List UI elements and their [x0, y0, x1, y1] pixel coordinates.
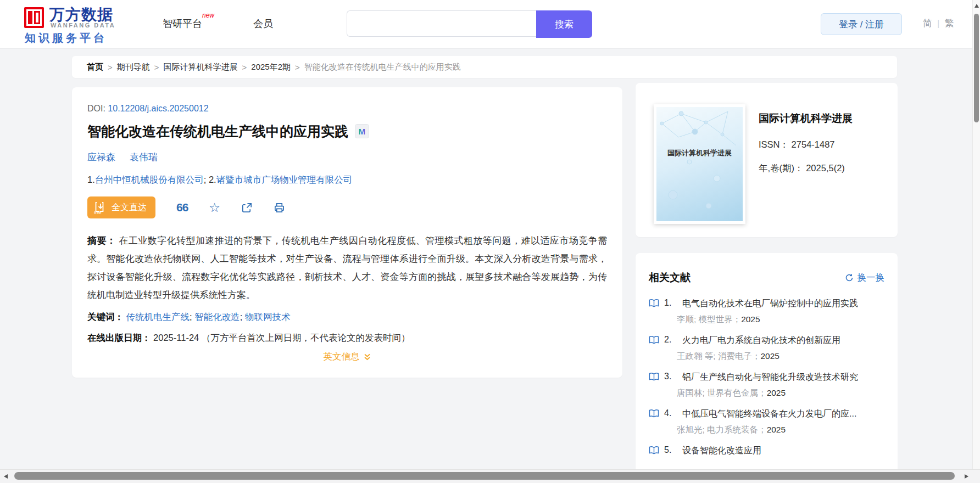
related-item-source: 李顺; 模型世界；	[677, 314, 741, 324]
author-link[interactable]: 袁伟瑞	[130, 151, 158, 164]
affiliation-num: 1.	[87, 175, 95, 184]
new-badge: new	[202, 12, 214, 19]
journal-cover-title: 国际计算机科学进展	[656, 148, 743, 158]
nav-member[interactable]: 会员	[253, 17, 273, 30]
affiliation-link[interactable]: 诸暨市城市广场物业管理有限公司	[216, 175, 353, 184]
fulltext-button[interactable]: free 全文直达	[87, 196, 155, 218]
header: 万方数据 WANFANG DATA 知识服务平台 智研平台 new 会员 搜索 …	[0, 0, 980, 49]
related-item-source: 张旭光; 电力系统装备；	[677, 425, 767, 434]
logo-tagline: 知识服务平台	[25, 31, 107, 46]
journal-volume-row: 年,卷(期)： 2025,5(2)	[759, 162, 885, 175]
vertical-scrollbar-thumb[interactable]	[974, 14, 979, 122]
breadcrumb-separator: >	[154, 63, 159, 72]
breadcrumb-issue[interactable]: 2025年2期	[251, 62, 291, 72]
login-register-button[interactable]: 登录 / 注册	[821, 13, 902, 35]
related-item-year: 2025	[767, 388, 786, 397]
doi-label: DOI:	[87, 104, 105, 113]
logo-subtitle-en: WANFANG DATA	[51, 22, 115, 29]
nav-zhiyan-platform[interactable]: 智研平台 new	[163, 17, 202, 30]
search-input[interactable]	[347, 10, 536, 37]
related-item: 2. 火力电厂电力系统自动化技术的创新应用 王政翱 等; 消费电子；2025	[649, 335, 884, 362]
scroll-left-arrow-icon[interactable]	[4, 474, 8, 479]
doi-link[interactable]: 10.12208/j.aics.20250012	[108, 104, 208, 113]
refresh-icon	[845, 273, 854, 282]
keyword-link[interactable]: 智能化改造	[194, 312, 240, 322]
breadcrumb: 首页 > 期刊导航 > 国际计算机科学进展 > 2025年2期 > 智能化改造在…	[72, 56, 897, 78]
related-item-title[interactable]: 电气自动化技术在电厂锅炉控制中的应用实践	[682, 298, 858, 309]
related-item-meta: 王政翱 等; 消费电子；2025	[649, 351, 884, 362]
journal-cover[interactable]: 国际计算机科学进展	[654, 104, 745, 224]
language-switch: 简 | 繁	[923, 17, 954, 30]
keywords-label: 关键词：	[87, 312, 124, 322]
scroll-up-arrow-icon[interactable]	[975, 4, 979, 8]
volume-label: 年,卷(期)：	[759, 163, 804, 173]
related-item-number: 3.	[664, 372, 677, 381]
breadcrumb-separator: >	[108, 63, 113, 72]
scroll-right-arrow-icon[interactable]	[965, 474, 968, 479]
english-info-row: 英文信息	[87, 351, 607, 363]
article-card: DOI: 10.12208/j.aics.20250012 智能化改造在传统机电…	[72, 87, 622, 378]
issn-value: 2754-1487	[792, 139, 835, 149]
related-item: 1. 电气自动化技术在电厂锅炉控制中的应用实践 李顺; 模型世界；2025	[649, 298, 884, 325]
fulltext-label: 全文直达	[112, 202, 147, 214]
keyword-link[interactable]: 物联网技术	[245, 312, 291, 322]
journal-issn-row: ISSN： 2754-1487	[759, 139, 885, 151]
affiliation-separator: ;	[204, 175, 209, 184]
author-link[interactable]: 应禄森	[87, 151, 115, 164]
book-icon	[649, 446, 659, 455]
m-badge-icon: M	[355, 124, 369, 138]
keyword-separator: ;	[240, 312, 245, 322]
pubdate-value: 2025-11-24	[153, 333, 199, 342]
journal-details: 国际计算机科学进展 ISSN： 2754-1487 年,卷(期)： 2025,5…	[759, 111, 885, 186]
double-chevron-down-icon	[363, 353, 371, 361]
breadcrumb-journal[interactable]: 国际计算机科学进展	[164, 62, 238, 72]
citation-icon[interactable]: 66	[176, 202, 188, 213]
english-info-toggle[interactable]: 英文信息	[324, 351, 371, 363]
authors-row: 应禄森 袁伟瑞	[87, 151, 607, 164]
affiliations-row: 1.台州中恒机械股份有限公司; 2.诸暨市城市广场物业管理有限公司	[87, 174, 607, 186]
breadcrumb-separator: >	[242, 63, 247, 72]
related-item-year: 2025	[767, 425, 786, 434]
wanfang-logo[interactable]: 万方数据 WANFANG DATA 知识服务平台	[24, 5, 140, 45]
favorite-star-icon[interactable]: ☆	[209, 201, 220, 214]
keyword-link[interactable]: 传统机电生产线	[126, 312, 190, 322]
pubdate-label: 在线出版日期：	[87, 333, 151, 342]
lang-simplified[interactable]: 简	[923, 17, 932, 30]
breadcrumb-journal-nav[interactable]: 期刊导航	[117, 62, 150, 72]
related-literature-card: 相关文献 换一换 1. 电气自动化技术在电厂锅炉控制中的应用实践 李顺; 模型世…	[636, 253, 898, 483]
breadcrumb-home[interactable]: 首页	[87, 62, 103, 72]
search-button[interactable]: 搜索	[536, 10, 592, 38]
keywords-row: 关键词： 传统机电生产线; 智能化改造; 物联网技术	[87, 311, 607, 323]
related-item-year: 2025	[760, 351, 779, 361]
english-info-label: 英文信息	[324, 351, 360, 363]
related-item-year: 2025	[741, 314, 760, 324]
related-item-title[interactable]: 火力电厂电力系统自动化技术的创新应用	[682, 335, 840, 346]
horizontal-scrollbar[interactable]	[0, 469, 980, 483]
nav-member-label: 会员	[253, 18, 273, 29]
related-item: 5. 设备智能化改造应用	[649, 445, 884, 456]
print-icon[interactable]	[274, 202, 285, 214]
fulltext-download-icon: free	[94, 200, 107, 215]
book-icon	[649, 335, 659, 345]
journal-info-card: 国际计算机科学进展 国际计算机科学进展 ISSN： 2754-1487 年,卷(…	[636, 83, 898, 237]
affiliation-link[interactable]: 台州中恒机械股份有限公司	[95, 175, 204, 184]
wanfang-logo-icon	[24, 7, 44, 28]
related-item-title[interactable]: 设备智能化改造应用	[682, 445, 761, 456]
related-item: 3. 铝厂生产线自动化与智能化升级改造技术研究 唐国林; 世界有色金属；2025	[649, 372, 884, 399]
title-row: 智能化改造在传统机电生产线中的应用实践 M	[87, 123, 607, 139]
refresh-list-button[interactable]: 换一换	[845, 272, 885, 284]
abstract-label: 摘要：	[87, 235, 116, 246]
issn-label: ISSN：	[759, 139, 789, 149]
vertical-scrollbar[interactable]	[972, 0, 980, 469]
related-item-number: 1.	[664, 298, 677, 308]
related-item-title[interactable]: 铝厂生产线自动化与智能化升级改造技术研究	[682, 372, 858, 383]
horizontal-scrollbar-thumb[interactable]	[14, 472, 955, 480]
related-item-title[interactable]: 中低压电气智能终端设备在火力发电厂的应...	[682, 408, 856, 419]
lang-traditional[interactable]: 繁	[944, 17, 954, 30]
nav-zhiyan-label: 智研平台	[163, 18, 202, 29]
related-item-meta: 唐国林; 世界有色金属；2025	[649, 387, 884, 399]
related-item-meta: 李顺; 模型世界；2025	[649, 314, 884, 325]
share-icon[interactable]	[241, 202, 253, 214]
book-icon	[649, 372, 659, 381]
related-item-number: 2.	[664, 335, 677, 345]
